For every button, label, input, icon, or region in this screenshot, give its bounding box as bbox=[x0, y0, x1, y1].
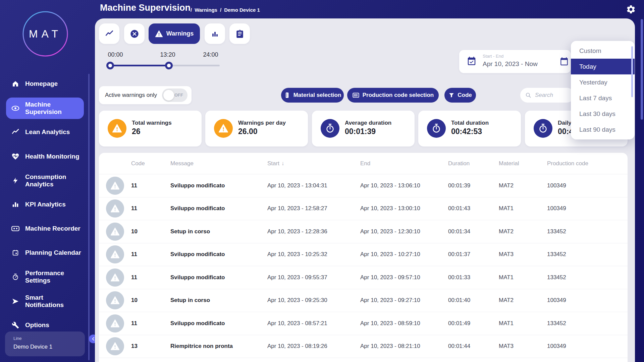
main-content: Warnings 00:00 13:20 24:00 Start - End A… bbox=[95, 18, 635, 362]
dropdown-scrollbar[interactable] bbox=[631, 46, 633, 97]
time-slider-handle-end[interactable] bbox=[165, 62, 173, 69]
dropdown-item-custom[interactable]: Custom bbox=[571, 43, 635, 59]
cell-production-code: 133452 bbox=[547, 320, 628, 327]
settings-gear-icon[interactable] bbox=[626, 4, 636, 14]
sidebar: MAT Homepage Machine Supervision Lean An… bbox=[0, 0, 90, 362]
table-header-row: Code Message Start↓ End Duration Materia… bbox=[99, 153, 628, 174]
dropdown-item-last-90-days[interactable]: Last 90 days bbox=[571, 122, 635, 137]
cell-duration: 00:01:44 bbox=[448, 343, 499, 350]
column-header-start[interactable]: Start↓ bbox=[267, 160, 360, 167]
cell-duration: 00:01:39 bbox=[448, 182, 499, 189]
sidebar-item-homepage[interactable]: Homepage bbox=[6, 77, 84, 90]
search-input[interactable] bbox=[520, 88, 574, 103]
sidebar-item-options[interactable]: Options bbox=[6, 318, 84, 332]
dropdown-item-last-30-days[interactable]: Last 30 days bbox=[571, 106, 635, 122]
sidebar-item-kpi-analytics[interactable]: KPI Analytics bbox=[6, 198, 84, 211]
date-range-label: Start - End bbox=[483, 54, 503, 59]
sidebar-item-smart-notifications[interactable]: Smart Notifications bbox=[6, 292, 84, 311]
table-row[interactable]: 11 Sviluppo modificato Apr 10, 2023 - 12… bbox=[99, 197, 628, 221]
table-row[interactable]: 11 Sviluppo modificato Apr 10, 2023 - 13… bbox=[99, 174, 628, 197]
cell-code: 11 bbox=[131, 274, 170, 281]
cell-production-code: 133452 bbox=[547, 274, 628, 281]
wrench-icon bbox=[11, 321, 20, 329]
column-header-end[interactable]: End bbox=[360, 160, 448, 167]
table-row[interactable]: 10 Setup in corso Apr 10, 2023 - 09:25:3… bbox=[99, 289, 628, 312]
report-view-button[interactable] bbox=[229, 23, 250, 44]
active-warnings-toggle[interactable]: OFF bbox=[162, 88, 187, 102]
sidebar-item-performance-settings[interactable]: Performance Settings bbox=[6, 267, 84, 286]
sidebar-item-machine-supervision[interactable]: Machine Supervision bbox=[6, 98, 84, 119]
column-header-message[interactable]: Message bbox=[170, 160, 267, 167]
stopwatch-icon bbox=[427, 119, 446, 138]
calendar-check-icon bbox=[467, 56, 477, 66]
stopwatch-icon bbox=[534, 119, 552, 138]
clipboard-icon bbox=[235, 29, 244, 38]
table-row[interactable]: 11 Sviluppo modificato Apr 10, 2023 - 08… bbox=[99, 312, 628, 335]
cell-production-code: 100349 bbox=[547, 182, 628, 189]
time-slider-handle-start[interactable] bbox=[106, 62, 114, 69]
cell-message: Sviluppo modificato bbox=[170, 182, 267, 189]
chart-view-button[interactable] bbox=[205, 23, 225, 44]
column-header-material[interactable]: Material bbox=[499, 160, 547, 167]
page-title: Machine Supervision bbox=[100, 3, 191, 13]
sidebar-item-lean-analytics[interactable]: Lean Analytics bbox=[6, 125, 84, 139]
table-row[interactable]: 11 Sviluppo modificato Apr 10, 2023 - 09… bbox=[99, 266, 628, 289]
table-row[interactable]: 11 Sviluppo modificato Apr 10, 2023 - 10… bbox=[99, 243, 628, 266]
warning-triangle-icon bbox=[106, 337, 124, 355]
funnel-icon bbox=[448, 92, 454, 98]
cell-start: Apr 10, 2023 - 12:58:27 bbox=[267, 205, 360, 212]
search-box bbox=[520, 88, 574, 103]
material-selection-button[interactable]: Material selection bbox=[281, 88, 344, 103]
date-range-field[interactable]: Start - End Apr 10, 2023 - Now bbox=[459, 50, 571, 73]
cell-duration: 00:01:37 bbox=[448, 251, 499, 258]
code-filter-button[interactable]: Code bbox=[444, 88, 476, 103]
dropdown-item-last-7-days[interactable]: Last 7 days bbox=[571, 90, 635, 106]
cell-start: Apr 10, 2023 - 12:28:36 bbox=[267, 228, 360, 235]
column-header-duration[interactable]: Duration bbox=[448, 160, 499, 167]
active-warnings-card: Active warnings only OFF bbox=[99, 86, 192, 104]
table-row[interactable]: 13 Riempitrice non pronta Apr 10, 2023 -… bbox=[99, 335, 628, 358]
cell-end: Apr 10, 2023 - 13:00:10 bbox=[360, 205, 448, 212]
breadcrumb-device[interactable]: Demo Device 1 bbox=[224, 7, 260, 13]
warning-triangle-icon bbox=[106, 177, 124, 195]
column-header-code[interactable]: Code bbox=[131, 160, 170, 167]
breadcrumb: / Warnings / Demo Device 1 bbox=[191, 7, 260, 13]
trend-view-button[interactable] bbox=[99, 23, 119, 44]
stopwatch-icon bbox=[321, 119, 339, 138]
dropdown-item-yesterday[interactable]: Yesterday bbox=[571, 74, 635, 90]
cell-end: Apr 10, 2023 - 09:27:10 bbox=[360, 297, 448, 304]
stat-value: 26.00 bbox=[238, 127, 258, 136]
sidebar-item-machine-recorder[interactable]: Machine Recorder bbox=[6, 222, 84, 235]
sidebar-item-health-monitoring[interactable]: Health Monitoring bbox=[6, 150, 84, 163]
slider-start-label: 00:00 bbox=[108, 51, 123, 58]
stops-view-button[interactable] bbox=[124, 23, 145, 44]
breadcrumb-warnings[interactable]: Warnings bbox=[195, 7, 217, 13]
sidebar-item-label: Lean Analytics bbox=[25, 128, 83, 136]
cell-message: Sviluppo modificato bbox=[170, 320, 267, 327]
warning-triangle-icon bbox=[106, 223, 124, 241]
cell-code: 11 bbox=[131, 205, 170, 212]
window-scrollbar[interactable] bbox=[641, 19, 643, 120]
sidebar-item-consumption-analytics[interactable]: Consumption Analytics bbox=[6, 171, 84, 190]
table-row[interactable]: 10 Setup in corso Apr 10, 2023 - 12:28:3… bbox=[99, 220, 628, 243]
column-header-production-code[interactable]: Production code bbox=[547, 160, 628, 167]
sidebar-scrollbar[interactable] bbox=[88, 74, 90, 360]
warning-triangle-icon bbox=[106, 291, 124, 309]
material-list-icon bbox=[284, 92, 290, 99]
cassette-icon bbox=[11, 224, 20, 233]
bar-chart-icon bbox=[11, 200, 20, 209]
cell-material: MAT3 bbox=[499, 343, 547, 350]
sidebar-item-label: KPI Analytics bbox=[25, 201, 83, 208]
send-icon bbox=[11, 297, 20, 306]
logo-text: MAT bbox=[29, 28, 62, 40]
sidebar-item-planning-calendar[interactable]: Planning Calendar bbox=[6, 243, 84, 262]
cell-start: Apr 10, 2023 - 08:57:21 bbox=[267, 320, 360, 327]
trend-line-icon bbox=[105, 29, 114, 38]
stat-label: Total warnings bbox=[132, 120, 172, 126]
production-code-selection-button[interactable]: Production code selection bbox=[347, 88, 439, 103]
cell-message: Setup in corso bbox=[170, 297, 267, 304]
warnings-tab-button[interactable]: Warnings bbox=[149, 23, 200, 44]
sidebar-item-label: Health Monitoring bbox=[25, 153, 83, 160]
dropdown-item-today[interactable]: Today bbox=[571, 59, 635, 74]
sidebar-item-label: Performance Settings bbox=[25, 269, 83, 285]
